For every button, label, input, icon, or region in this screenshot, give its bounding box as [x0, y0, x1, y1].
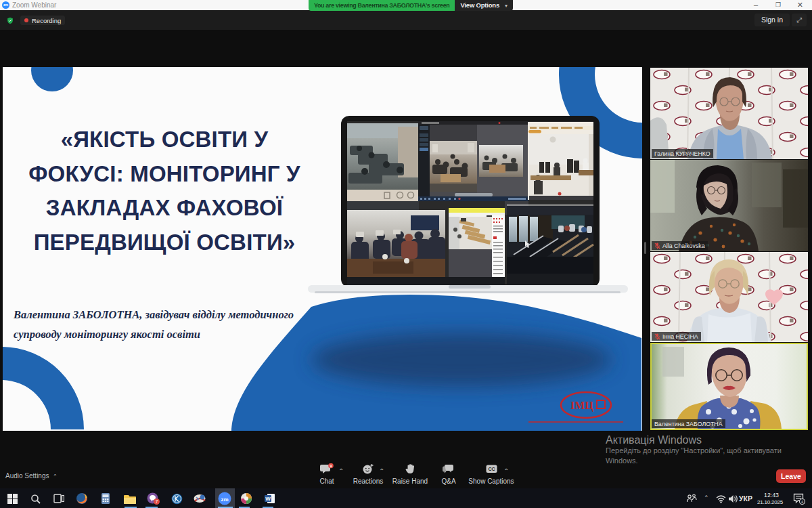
svg-text:4: 4 [801, 500, 803, 504]
svg-text:W: W [265, 496, 271, 502]
svg-text:ІМЦ: ІМЦ [570, 400, 593, 412]
svg-text:CC: CC [488, 467, 495, 471]
svg-text:9: 9 [330, 464, 332, 468]
svg-text:7: 7 [155, 499, 158, 504]
svg-text:zm: zm [221, 496, 228, 503]
